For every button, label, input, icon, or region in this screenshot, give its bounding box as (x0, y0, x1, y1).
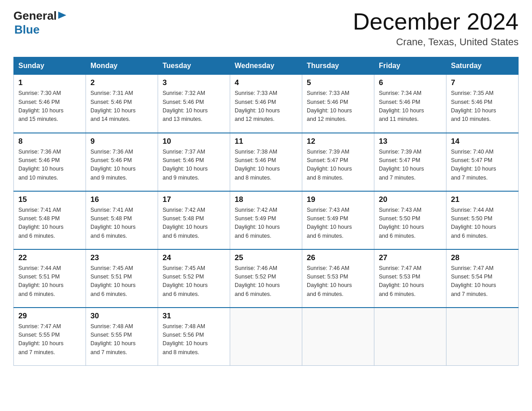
calendar-cell (374, 308, 446, 366)
week-row-1: 1Sunrise: 7:30 AMSunset: 5:46 PMDaylight… (14, 75, 519, 133)
calendar-cell: 23Sunrise: 7:45 AMSunset: 5:51 PMDayligh… (86, 249, 158, 308)
day-info: Sunrise: 7:33 AMSunset: 5:46 PMDaylight:… (307, 89, 369, 124)
day-info: Sunrise: 7:44 AMSunset: 5:51 PMDaylight:… (18, 264, 81, 299)
day-info: Sunrise: 7:43 AMSunset: 5:50 PMDaylight:… (379, 206, 442, 241)
calendar-cell: 26Sunrise: 7:46 AMSunset: 5:53 PMDayligh… (302, 249, 374, 308)
week-row-3: 15Sunrise: 7:41 AMSunset: 5:48 PMDayligh… (14, 191, 519, 249)
calendar-cell: 10Sunrise: 7:37 AMSunset: 5:46 PMDayligh… (158, 133, 230, 191)
day-number: 3 (163, 78, 225, 87)
calendar-cell: 12Sunrise: 7:39 AMSunset: 5:47 PMDayligh… (302, 133, 374, 191)
column-header-wednesday: Wednesday (230, 57, 302, 75)
calendar-cell: 19Sunrise: 7:43 AMSunset: 5:49 PMDayligh… (302, 191, 374, 249)
day-number: 17 (163, 195, 225, 204)
day-number: 30 (90, 312, 153, 321)
calendar-cell: 8Sunrise: 7:36 AMSunset: 5:46 PMDaylight… (14, 133, 86, 191)
calendar-table: SundayMondayTuesdayWednesdayThursdayFrid… (13, 57, 519, 366)
calendar-cell: 17Sunrise: 7:42 AMSunset: 5:48 PMDayligh… (158, 191, 230, 249)
week-row-4: 22Sunrise: 7:44 AMSunset: 5:51 PMDayligh… (14, 249, 519, 308)
calendar-title: December 2024 (353, 9, 519, 34)
day-info: Sunrise: 7:46 AMSunset: 5:53 PMDaylight:… (307, 264, 369, 299)
day-number: 7 (451, 78, 514, 87)
calendar-cell: 27Sunrise: 7:47 AMSunset: 5:53 PMDayligh… (374, 249, 446, 308)
day-info: Sunrise: 7:35 AMSunset: 5:46 PMDaylight:… (451, 89, 514, 124)
page: General Blue December 2024 Crane, Texas,… (0, 0, 532, 379)
day-number: 11 (235, 137, 297, 146)
calendar-cell (230, 308, 302, 366)
logo-blue-text: Blue (14, 23, 39, 36)
column-header-saturday: Saturday (446, 57, 519, 75)
logo: General Blue (13, 9, 66, 37)
calendar-cell: 6Sunrise: 7:34 AMSunset: 5:46 PMDaylight… (374, 75, 446, 133)
svg-marker-0 (58, 12, 66, 19)
column-header-monday: Monday (86, 57, 158, 75)
day-info: Sunrise: 7:33 AMSunset: 5:46 PMDaylight:… (235, 89, 297, 124)
day-number: 23 (90, 253, 153, 262)
day-number: 2 (90, 78, 153, 87)
day-info: Sunrise: 7:44 AMSunset: 5:50 PMDaylight:… (451, 206, 514, 241)
day-info: Sunrise: 7:41 AMSunset: 5:48 PMDaylight:… (18, 206, 81, 241)
calendar-cell: 7Sunrise: 7:35 AMSunset: 5:46 PMDaylight… (446, 75, 519, 133)
calendar-cell: 5Sunrise: 7:33 AMSunset: 5:46 PMDaylight… (302, 75, 374, 133)
day-number: 19 (307, 195, 369, 204)
day-number: 5 (307, 78, 369, 87)
day-number: 20 (379, 195, 442, 204)
day-number: 14 (451, 137, 514, 146)
day-info: Sunrise: 7:45 AMSunset: 5:52 PMDaylight:… (163, 264, 225, 299)
column-header-friday: Friday (374, 57, 446, 75)
day-info: Sunrise: 7:41 AMSunset: 5:48 PMDaylight:… (90, 206, 153, 241)
calendar-cell: 1Sunrise: 7:30 AMSunset: 5:46 PMDaylight… (14, 75, 86, 133)
day-info: Sunrise: 7:37 AMSunset: 5:46 PMDaylight:… (163, 148, 225, 183)
day-info: Sunrise: 7:38 AMSunset: 5:46 PMDaylight:… (235, 148, 297, 183)
day-number: 26 (307, 253, 369, 262)
column-header-sunday: Sunday (14, 57, 86, 75)
week-row-5: 29Sunrise: 7:47 AMSunset: 5:55 PMDayligh… (14, 308, 519, 366)
day-info: Sunrise: 7:42 AMSunset: 5:48 PMDaylight:… (163, 206, 225, 241)
day-info: Sunrise: 7:47 AMSunset: 5:53 PMDaylight:… (379, 264, 442, 299)
calendar-cell: 16Sunrise: 7:41 AMSunset: 5:48 PMDayligh… (86, 191, 158, 249)
calendar-cell: 3Sunrise: 7:32 AMSunset: 5:46 PMDaylight… (158, 75, 230, 133)
day-info: Sunrise: 7:47 AMSunset: 5:54 PMDaylight:… (451, 264, 514, 299)
day-number: 12 (307, 137, 369, 146)
day-info: Sunrise: 7:39 AMSunset: 5:47 PMDaylight:… (307, 148, 369, 183)
day-info: Sunrise: 7:39 AMSunset: 5:47 PMDaylight:… (379, 148, 442, 183)
day-number: 13 (379, 137, 442, 146)
day-number: 16 (90, 195, 153, 204)
day-number: 18 (235, 195, 297, 204)
day-headers-row: SundayMondayTuesdayWednesdayThursdayFrid… (14, 57, 519, 75)
calendar-cell: 20Sunrise: 7:43 AMSunset: 5:50 PMDayligh… (374, 191, 446, 249)
day-info: Sunrise: 7:43 AMSunset: 5:49 PMDaylight:… (307, 206, 369, 241)
day-info: Sunrise: 7:42 AMSunset: 5:49 PMDaylight:… (235, 206, 297, 241)
day-info: Sunrise: 7:36 AMSunset: 5:46 PMDaylight:… (18, 148, 81, 183)
column-header-thursday: Thursday (302, 57, 374, 75)
calendar-subtitle: Crane, Texas, United States (353, 36, 519, 48)
logo-general-text: General (13, 9, 57, 23)
calendar-cell: 4Sunrise: 7:33 AMSunset: 5:46 PMDaylight… (230, 75, 302, 133)
day-number: 25 (235, 253, 297, 262)
calendar-cell: 11Sunrise: 7:38 AMSunset: 5:46 PMDayligh… (230, 133, 302, 191)
calendar-cell: 25Sunrise: 7:46 AMSunset: 5:52 PMDayligh… (230, 249, 302, 308)
calendar-cell: 14Sunrise: 7:40 AMSunset: 5:47 PMDayligh… (446, 133, 519, 191)
header: General Blue December 2024 Crane, Texas,… (13, 9, 519, 48)
day-info: Sunrise: 7:31 AMSunset: 5:46 PMDaylight:… (90, 89, 153, 124)
column-header-tuesday: Tuesday (158, 57, 230, 75)
day-number: 31 (163, 312, 225, 321)
week-row-2: 8Sunrise: 7:36 AMSunset: 5:46 PMDaylight… (14, 133, 519, 191)
calendar-cell: 13Sunrise: 7:39 AMSunset: 5:47 PMDayligh… (374, 133, 446, 191)
calendar-cell (302, 308, 374, 366)
day-info: Sunrise: 7:32 AMSunset: 5:46 PMDaylight:… (163, 89, 225, 124)
calendar-cell: 24Sunrise: 7:45 AMSunset: 5:52 PMDayligh… (158, 249, 230, 308)
logo-arrow-icon (58, 12, 66, 20)
day-number: 21 (451, 195, 514, 204)
day-number: 1 (18, 78, 81, 87)
day-number: 29 (18, 312, 81, 321)
day-info: Sunrise: 7:48 AMSunset: 5:56 PMDaylight:… (163, 322, 225, 357)
day-info: Sunrise: 7:45 AMSunset: 5:51 PMDaylight:… (90, 264, 153, 299)
day-info: Sunrise: 7:46 AMSunset: 5:52 PMDaylight:… (235, 264, 297, 299)
calendar-cell (446, 308, 519, 366)
calendar-cell: 18Sunrise: 7:42 AMSunset: 5:49 PMDayligh… (230, 191, 302, 249)
day-number: 27 (379, 253, 442, 262)
day-number: 8 (18, 137, 81, 146)
day-number: 4 (235, 78, 297, 87)
calendar-cell: 2Sunrise: 7:31 AMSunset: 5:46 PMDaylight… (86, 75, 158, 133)
day-number: 24 (163, 253, 225, 262)
